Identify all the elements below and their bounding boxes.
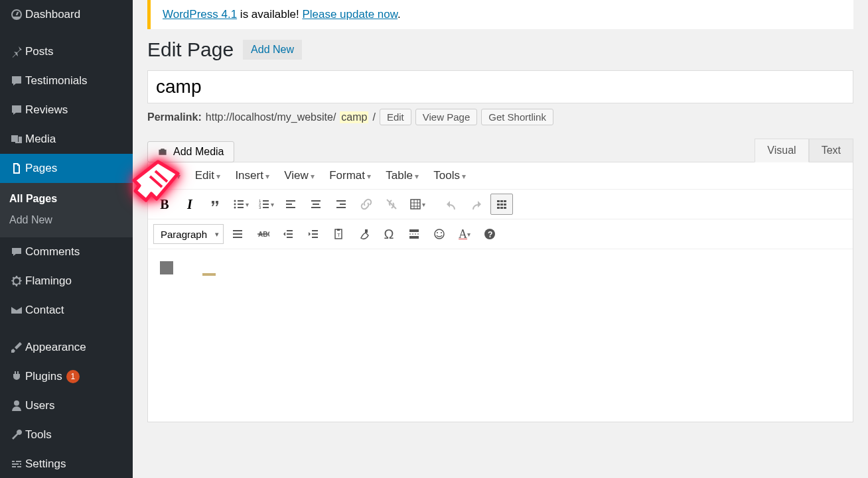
notice-update-link[interactable]: Please update now	[302, 8, 398, 21]
numbered-list-button[interactable]: 123▾	[254, 194, 277, 215]
sidebar-item-users[interactable]: Users	[0, 391, 133, 420]
svg-rect-27	[500, 200, 503, 202]
menu-format[interactable]: Format	[329, 169, 371, 182]
sidebar-item-flamingo[interactable]: Flamingo	[0, 267, 133, 296]
block-format-select[interactable]: Paragraph	[153, 224, 224, 244]
sidebar-item-dashboard[interactable]: Dashboard	[0, 0, 133, 29]
svg-rect-36	[233, 233, 242, 235]
sidebar-label: Reviews	[25, 103, 68, 117]
svg-rect-7	[263, 200, 269, 202]
sidebar-label: Testimonials	[25, 74, 88, 88]
permalink-edit-button[interactable]: Edit	[380, 109, 411, 125]
svg-rect-21	[411, 200, 420, 209]
sliders-icon	[8, 457, 25, 471]
indent-button[interactable]	[302, 223, 325, 245]
align-justify-button[interactable]	[226, 223, 249, 245]
sidebar-label: Settings	[25, 457, 66, 471]
permalink-base: http://localhost/my_website/	[206, 111, 336, 123]
add-media-button[interactable]: Add Media	[147, 141, 234, 162]
sidebar-item-testimonials[interactable]: Testimonials	[0, 66, 133, 95]
svg-rect-11	[263, 207, 269, 208]
sidebar-item-posts[interactable]: Posts	[0, 37, 133, 66]
camera-icon	[157, 147, 168, 157]
sidebar-label: Dashboard	[25, 8, 80, 21]
emoji-button[interactable]	[428, 223, 451, 245]
paste-text-button[interactable]: T	[327, 223, 350, 245]
svg-rect-29	[497, 204, 500, 206]
clear-format-button[interactable]	[352, 223, 375, 245]
view-page-button[interactable]: View Page	[415, 109, 477, 125]
menu-file[interactable]: File	[156, 169, 181, 182]
add-new-button[interactable]: Add New	[243, 40, 302, 60]
menu-tools[interactable]: Tools	[433, 169, 466, 182]
undo-button[interactable]	[440, 194, 463, 215]
unlink-button[interactable]	[380, 194, 403, 215]
svg-rect-14	[286, 207, 295, 208]
user-icon	[8, 399, 25, 412]
notice-end: .	[398, 8, 401, 21]
read-more-button[interactable]	[403, 223, 425, 245]
kitchen-sink-button[interactable]	[490, 194, 513, 215]
submenu-add-new[interactable]: Add New	[0, 209, 133, 231]
tab-visual[interactable]: Visual	[755, 139, 808, 162]
align-right-button[interactable]	[330, 194, 352, 215]
blockquote-button[interactable]	[204, 194, 226, 215]
text-color-button[interactable]: A▾	[453, 223, 476, 245]
strikethrough-button[interactable]: ABC	[252, 223, 274, 245]
sidebar-item-tools[interactable]: Tools	[0, 420, 133, 449]
reviews-icon	[8, 103, 25, 117]
svg-rect-49	[365, 229, 368, 233]
italic-button[interactable]: I	[179, 194, 201, 215]
help-button[interactable]: ?	[478, 223, 501, 245]
link-button[interactable]	[355, 194, 378, 215]
align-left-button[interactable]	[279, 194, 302, 215]
svg-rect-3	[238, 204, 244, 205]
tab-text[interactable]: Text	[809, 139, 853, 162]
bold-button[interactable]: B	[153, 194, 176, 215]
plug-icon	[8, 370, 25, 383]
update-notice: WordPress 4.1 is available! Please updat…	[147, 0, 853, 29]
menu-view[interactable]: View	[284, 169, 315, 182]
svg-rect-42	[287, 237, 293, 238]
dashboard-icon	[8, 8, 25, 21]
sidebar-item-settings[interactable]: Settings	[0, 449, 133, 478]
align-center-button[interactable]	[305, 194, 327, 215]
sidebar-label: Tools	[25, 428, 52, 442]
sidebar-item-appearance[interactable]: Appearance	[0, 333, 133, 362]
update-badge: 1	[66, 370, 80, 383]
sidebar-item-pages[interactable]: Pages	[0, 154, 133, 183]
svg-rect-34	[504, 207, 506, 209]
sidebar-item-plugins[interactable]: Plugins 1	[0, 362, 133, 391]
menu-table[interactable]: Table	[386, 169, 419, 182]
outdent-button[interactable]	[277, 223, 299, 245]
submenu-all-pages[interactable]: All Pages	[0, 188, 133, 209]
envelope-icon	[8, 304, 25, 317]
svg-rect-12	[286, 200, 295, 202]
sidebar-item-reviews[interactable]: Reviews	[0, 95, 133, 125]
sidebar-item-contact[interactable]: Contact	[0, 296, 133, 325]
special-char-button[interactable]: Ω	[378, 223, 400, 245]
editor-content[interactable]	[148, 249, 853, 422]
svg-rect-17	[311, 207, 321, 208]
menu-insert[interactable]: Insert	[235, 169, 269, 182]
svg-rect-28	[504, 200, 506, 202]
bullet-list-button[interactable]: ▾	[229, 194, 252, 215]
redo-button[interactable]	[465, 194, 488, 215]
post-title-input[interactable]	[147, 70, 853, 103]
get-shortlink-button[interactable]: Get Shortlink	[481, 109, 553, 125]
svg-rect-44	[312, 233, 318, 235]
pages-icon	[8, 162, 25, 175]
svg-rect-43	[312, 230, 318, 231]
menu-edit[interactable]: Edit	[195, 169, 221, 182]
table-button[interactable]: ▾	[405, 194, 428, 215]
sidebar-item-comments[interactable]: Comments	[0, 237, 133, 267]
testimonial-icon	[8, 74, 25, 88]
comments-icon	[8, 245, 25, 259]
permalink-row: Permalink: http://localhost/my_website/c…	[147, 109, 853, 125]
svg-rect-33	[500, 207, 503, 209]
svg-rect-50	[409, 229, 419, 232]
notice-version-link[interactable]: WordPress 4.1	[163, 8, 237, 21]
svg-point-4	[234, 207, 236, 209]
svg-rect-30	[500, 204, 503, 206]
sidebar-item-media[interactable]: Media	[0, 125, 133, 154]
